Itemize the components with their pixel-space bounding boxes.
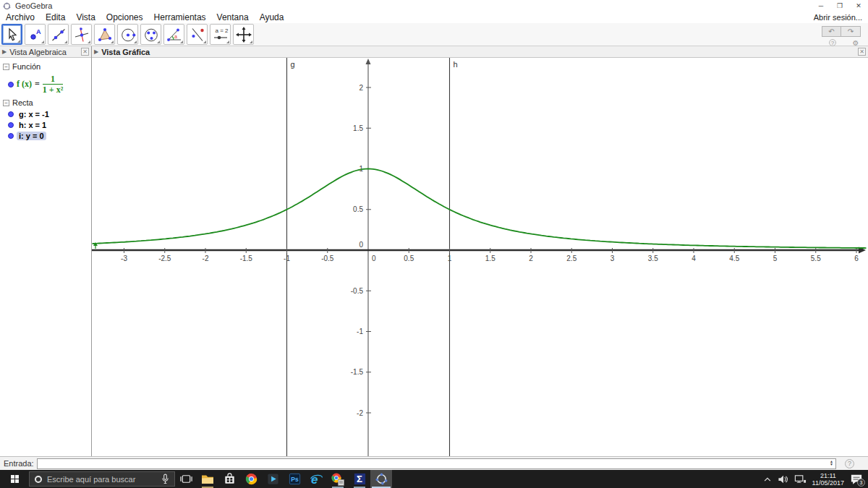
taskbar-geogebra[interactable] bbox=[370, 470, 392, 488]
line-row-g[interactable]: g: x = -1 bbox=[0, 108, 91, 119]
svg-text:-0.5: -0.5 bbox=[351, 287, 364, 295]
sign-in-link[interactable]: Abrir sesión... bbox=[814, 13, 868, 22]
task-view-button[interactable] bbox=[175, 470, 197, 488]
group-funcion[interactable]: − Función bbox=[0, 61, 91, 72]
tool-circle-button[interactable] bbox=[117, 24, 138, 45]
graphics-view-header[interactable]: ▶ Vista Gráfica ✕ bbox=[92, 46, 868, 58]
svg-text:1: 1 bbox=[448, 254, 452, 262]
graphics-view-title: Vista Gráfica bbox=[101, 48, 150, 56]
tray-clock[interactable]: 21:11 11/05/2017 bbox=[812, 472, 844, 487]
input-help-icon[interactable]: ? bbox=[845, 459, 854, 468]
collapse-triangle-icon[interactable]: ▶ bbox=[94, 48, 98, 55]
tool-perpendicular-button[interactable] bbox=[71, 24, 92, 45]
menu-ayuda[interactable]: Ayuda bbox=[260, 12, 284, 22]
menu-archivo[interactable]: Archivo bbox=[6, 12, 35, 22]
tool-slider-button[interactable]: a = 2 bbox=[210, 24, 231, 45]
window-title: GeoGebra bbox=[15, 1, 52, 10]
taskbar-sigma-app[interactable]: Σ bbox=[349, 470, 370, 488]
svg-text:-1.5: -1.5 bbox=[351, 368, 364, 376]
tool-angle-button[interactable]: a bbox=[163, 24, 184, 45]
function-fraction: 1 1 + x² bbox=[43, 74, 63, 94]
taskbar-internet-explorer[interactable]: e bbox=[305, 470, 327, 488]
taskbar-search-box[interactable]: Escribe aquí para buscar bbox=[29, 471, 175, 487]
restore-button[interactable]: ❐ bbox=[830, 1, 849, 12]
start-button[interactable] bbox=[0, 470, 29, 488]
svg-text:a: a bbox=[174, 34, 177, 39]
line-row-h[interactable]: h: x = 1 bbox=[0, 119, 91, 130]
menu-herramientas[interactable]: Herramientas bbox=[154, 12, 206, 22]
function-row[interactable]: f (x) = 1 1 + x² bbox=[0, 72, 91, 97]
menu-vista[interactable]: Vista bbox=[76, 12, 95, 22]
algebra-close-icon[interactable]: ✕ bbox=[81, 48, 89, 56]
algebra-tree: − Función f (x) = 1 1 + x² − Recta bbox=[0, 58, 91, 141]
taskbar-microsoft-store[interactable] bbox=[218, 470, 240, 488]
input-label: Entrada: bbox=[4, 459, 34, 468]
algebra-view-panel: ▶ Vista Algebraica ✕ − Función f (x) = 1… bbox=[0, 46, 92, 456]
tool-line-button[interactable] bbox=[48, 24, 69, 45]
tool-move-button[interactable] bbox=[1, 24, 22, 45]
collapse-minus-icon[interactable]: − bbox=[3, 64, 9, 70]
tray-date: 11/05/2017 bbox=[812, 479, 844, 487]
collapse-triangle-icon[interactable]: ▶ bbox=[2, 48, 7, 55]
tool-reflect-button[interactable] bbox=[187, 24, 208, 45]
graphics-close-icon[interactable]: ✕ bbox=[858, 48, 866, 56]
input-bar: Entrada: ▲▼ ? bbox=[0, 456, 868, 470]
microphone-icon[interactable] bbox=[161, 474, 169, 484]
gear-icon[interactable]: ⚙ bbox=[852, 39, 859, 46]
taskbar-chrome[interactable] bbox=[240, 470, 262, 488]
taskbar-file-explorer[interactable] bbox=[197, 470, 218, 488]
menu-edita[interactable]: Edita bbox=[46, 12, 65, 22]
line-row-i[interactable]: i: y = 0 bbox=[0, 130, 91, 141]
cortana-icon bbox=[35, 476, 42, 483]
redo-button[interactable]: ↷ bbox=[841, 26, 861, 37]
tool-move-view-button[interactable] bbox=[233, 24, 254, 45]
svg-text:-1: -1 bbox=[284, 254, 290, 262]
close-button[interactable]: ✕ bbox=[849, 1, 868, 12]
tool-polygon-button[interactable] bbox=[94, 24, 115, 45]
photoshop-icon: Ps bbox=[288, 472, 302, 486]
graphics-view-panel: ▶ Vista Gráfica ✕ gh-3-2.5-2-1.5-1-0.50.… bbox=[92, 46, 868, 456]
tray-chevron-icon[interactable] bbox=[763, 476, 772, 483]
svg-text:3: 3 bbox=[610, 254, 615, 262]
taskbar-chrome-app[interactable] bbox=[327, 470, 349, 488]
geogebra-taskbar-icon bbox=[375, 472, 388, 486]
algebra-view-header[interactable]: ▶ Vista Algebraica ✕ bbox=[0, 46, 91, 58]
svg-text:-3: -3 bbox=[121, 254, 127, 262]
svg-text:6: 6 bbox=[854, 254, 859, 262]
taskbar-photoshop[interactable]: Ps bbox=[284, 470, 305, 488]
task-view-icon bbox=[179, 472, 193, 486]
svg-text:2: 2 bbox=[529, 254, 533, 262]
object-bullet-icon[interactable] bbox=[8, 111, 14, 117]
sigma-icon: Σ bbox=[353, 472, 367, 486]
network-icon[interactable] bbox=[794, 474, 807, 484]
tool-conic-button[interactable] bbox=[140, 24, 161, 45]
menu-opciones[interactable]: Opciones bbox=[106, 12, 143, 22]
taskbar-movies-tv[interactable] bbox=[262, 470, 284, 488]
tool-point-button[interactable]: A bbox=[25, 24, 46, 45]
menu-ventana[interactable]: Ventana bbox=[217, 12, 249, 22]
toolbar: A bbox=[0, 23, 868, 46]
speaker-icon[interactable] bbox=[778, 474, 788, 484]
input-history-spinner[interactable]: ▲▼ bbox=[830, 460, 833, 466]
svg-text:0.5: 0.5 bbox=[353, 205, 363, 213]
entrada-input[interactable] bbox=[37, 458, 836, 469]
action-center-button[interactable]: 3 bbox=[850, 474, 863, 485]
svg-text:1.5: 1.5 bbox=[485, 254, 495, 262]
svg-text:Ps: Ps bbox=[291, 476, 299, 483]
collapse-minus-icon[interactable]: − bbox=[3, 100, 9, 106]
undo-button[interactable]: ↶ bbox=[822, 26, 841, 37]
svg-text:-2: -2 bbox=[357, 409, 363, 417]
object-bullet-icon[interactable] bbox=[8, 122, 14, 128]
help-icon[interactable]: ? bbox=[829, 39, 836, 46]
object-bullet-icon[interactable] bbox=[8, 133, 14, 139]
object-bullet-icon[interactable] bbox=[8, 82, 14, 87]
graph-svg[interactable]: gh-3-2.5-2-1.5-1-0.50.511.522.533.544.55… bbox=[92, 58, 868, 456]
group-recta[interactable]: − Recta bbox=[0, 97, 91, 108]
svg-text:A: A bbox=[36, 28, 41, 35]
notification-badge: 3 bbox=[857, 479, 865, 487]
svg-text:0: 0 bbox=[372, 254, 376, 262]
graphics-canvas[interactable]: gh-3-2.5-2-1.5-1-0.50.511.522.533.544.55… bbox=[92, 58, 868, 456]
minimize-button[interactable]: ─ bbox=[812, 1, 830, 12]
svg-text:-1.5: -1.5 bbox=[240, 254, 253, 262]
svg-text:0.5: 0.5 bbox=[404, 254, 414, 262]
